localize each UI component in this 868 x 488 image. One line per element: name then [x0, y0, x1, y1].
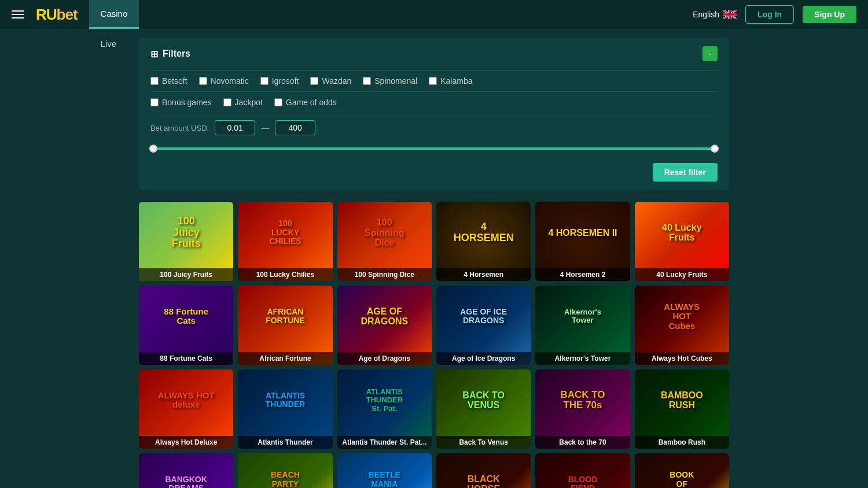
game-label-ageoficedragons: Age of Ice Dragons: [436, 352, 531, 365]
filter-gameofdodds-checkbox[interactable]: [274, 98, 282, 106]
filter-betsoft[interactable]: Betsoft: [150, 76, 187, 86]
filter-bonus-checkbox[interactable]: [150, 98, 159, 106]
game-title-beachparty: BEACHPARTYHOT: [271, 471, 300, 488]
filters-icon: ⊞: [150, 49, 158, 60]
game-title-atlantisthunder: ATLANTISTHUNDER: [266, 391, 305, 409]
game-label-bamboorush: Bamboo Rush: [635, 436, 729, 449]
game-label-backtovenust: Back To Venus: [436, 436, 531, 449]
range-track: [150, 147, 718, 150]
filter-wazdan[interactable]: Wazdan: [310, 76, 351, 86]
filters-label: Filters: [163, 49, 190, 59]
game-card-bamboorush[interactable]: BAMBOORUSHBamboo Rush: [635, 369, 729, 449]
game-card-bookofdarkness[interactable]: BOOKOFDARKNESSBook of Darkness: [635, 453, 729, 488]
filter-jackpot[interactable]: Jackpot: [223, 98, 263, 107]
game-card-africanfortune[interactable]: AFRICANFORTUNEAfrican Fortune: [238, 286, 332, 365]
game-title-100juicy: 100JuicyFruits: [172, 216, 201, 250]
header-right: English Log In Sign Up: [693, 5, 856, 24]
range-thumb-min[interactable]: [149, 145, 157, 153]
signup-button[interactable]: Sign Up: [803, 6, 856, 23]
filter-kalamba-checkbox[interactable]: [429, 77, 437, 85]
game-label-100juicy: 100 Juicy Fruits: [139, 268, 233, 281]
game-card-4horsemen[interactable]: 4HORSEMEN4 Horsemen: [436, 202, 531, 281]
filter-spinomenal-checkbox[interactable]: [363, 77, 371, 85]
game-title-backtovenust: BACK TOVENUS: [462, 390, 505, 411]
game-label-100lucky: 100 Lucky Chilies: [238, 268, 332, 281]
game-title-bookofdarkness: BOOKOFDARKNESS: [659, 471, 705, 488]
game-label-alwayshotcubes: Always Hot Cubes: [635, 352, 729, 365]
game-card-beachparty[interactable]: BEACHPARTYHOTBeach Party Hot: [238, 453, 332, 488]
reset-filter-row: Reset filter: [150, 163, 718, 182]
game-card-atlantisstpat[interactable]: ATLANTISTHUNDERSt. Pat.Atlantis Thunder …: [337, 369, 432, 449]
game-title-bangkokdreams: BANGKOKDREAMS: [165, 475, 207, 488]
game-card-100juicy[interactable]: 100JuicyFruits100 Juicy Fruits: [139, 202, 233, 281]
game-card-backtovenust[interactable]: BACK TOVENUSBack To Venus: [436, 369, 531, 449]
filter-kalamba[interactable]: Kalamba: [429, 76, 472, 86]
uk-flag-icon: [723, 10, 737, 19]
game-label-atlantisstpat: Atlantis Thunder St. Pat...: [337, 436, 432, 449]
game-card-4horsemen2[interactable]: 4 HORSEMEN II4 Horsemen 2: [535, 202, 630, 281]
filter-igrosoft[interactable]: Igrosoft: [260, 76, 299, 86]
game-title-africanfortune: AFRICANFORTUNE: [266, 308, 305, 326]
game-card-ageoficedragons[interactable]: AGE OF ICEDRAGONSAge of Ice Dragons: [436, 286, 531, 365]
game-title-4horsemen2: 4 HORSEMEN II: [548, 228, 617, 238]
game-title-100lucky: 100LUCKYCHILIES: [269, 219, 301, 246]
filters-panel: ⊞ Filters - Betsoft Novomatic Igrosoft W…: [139, 38, 729, 190]
game-title-blackhorse: BLACKHORSE: [467, 474, 500, 488]
logo-bet: bet: [57, 6, 78, 23]
game-title-bamboorush: BAMBOORUSH: [661, 390, 703, 411]
nav-live[interactable]: Live: [89, 29, 139, 58]
bet-min-input[interactable]: [215, 120, 255, 135]
game-title-backto70: BACK TOTHE 70s: [560, 390, 605, 411]
game-card-atlantisthunder[interactable]: ATLANTISTHUNDERAtlantis Thunder: [238, 369, 332, 449]
game-card-blackhorse[interactable]: BLACKHORSEBlack Horse: [436, 453, 531, 488]
game-card-backto70[interactable]: BACK TOTHE 70sBack to the 70: [535, 369, 630, 449]
game-title-88fortune: 88 FortuneCats: [164, 307, 208, 326]
game-card-bloodfiend[interactable]: BLOODFIENDBlood Fiend: [535, 453, 630, 488]
filter-betsoft-checkbox[interactable]: [150, 77, 159, 85]
main-content: ⊞ Filters - Betsoft Novomatic Igrosoft W…: [0, 29, 868, 488]
filters-toggle-button[interactable]: -: [703, 46, 718, 61]
game-card-100spinning[interactable]: 100SpinningDice100 Spinning Dice: [337, 202, 432, 281]
game-card-88fortune[interactable]: 88 FortuneCats88 Fortune Cats: [139, 286, 233, 365]
main-nav: Sport Casino Live: [89, 0, 139, 58]
filter-wazdan-checkbox[interactable]: [310, 77, 318, 85]
game-card-40lucky[interactable]: 40 LuckyFruits40 Lucky Fruits: [635, 202, 729, 281]
filters-header: ⊞ Filters -: [150, 46, 718, 61]
filter-gameofdodds[interactable]: Game of odds: [274, 98, 337, 107]
bet-amount-label: Bet amount USD:: [150, 124, 209, 132]
game-card-beetlemania[interactable]: BEETLEMANIADELUXEBeetle Mania Deluxe: [337, 453, 432, 488]
range-thumb-max[interactable]: [711, 145, 719, 153]
language-label: English: [693, 10, 719, 19]
filter-bonus[interactable]: Bonus games: [150, 98, 212, 107]
game-card-alwayshotcubes[interactable]: ALWAYSHOTCubesAlways Hot Cubes: [635, 286, 729, 365]
game-label-atlantisthunder: Atlantis Thunder: [238, 436, 332, 449]
game-title-4horsemen: 4HORSEMEN: [454, 221, 514, 245]
filter-spinomenal[interactable]: Spinomenal: [363, 76, 417, 86]
game-label-88fortune: 88 Fortune Cats: [139, 352, 233, 365]
game-title-bloodfiend: BLOODFIEND: [568, 475, 598, 488]
nav-casino[interactable]: Casino: [89, 0, 139, 29]
game-card-alkernor[interactable]: Alkernor'sTowerAlkernor's Tower: [535, 286, 630, 365]
reset-filter-button[interactable]: Reset filter: [653, 163, 718, 182]
game-card-bangkokdreams[interactable]: BANGKOKDREAMSBangkok Dreams: [139, 453, 233, 488]
filter-novomatic[interactable]: Novomatic: [199, 76, 249, 86]
filter-jackpot-checkbox[interactable]: [223, 98, 231, 106]
game-card-alwayshotdeluxe[interactable]: ALWAYS HOTdeluxeAlways Hot Deluxe: [139, 369, 233, 449]
game-title-atlantisstpat: ATLANTISTHUNDERSt. Pat.: [366, 388, 403, 413]
provider-filter-row: Betsoft Novomatic Igrosoft Wazdan Spinom…: [150, 70, 718, 91]
game-title-alkernor: Alkernor'sTower: [564, 308, 601, 325]
game-title-ageofdragons: AGE OFDRAGONS: [361, 306, 408, 327]
bet-range-slider[interactable]: [150, 143, 718, 154]
game-title-40lucky: 40 LuckyFruits: [662, 223, 701, 243]
menu-button[interactable]: [12, 10, 24, 19]
bet-max-input[interactable]: [275, 120, 315, 135]
game-title-alwayshotdeluxe: ALWAYS HOTdeluxe: [158, 391, 215, 410]
game-label-alkernor: Alkernor's Tower: [535, 352, 630, 365]
language-selector[interactable]: English: [693, 10, 737, 19]
filter-igrosoft-checkbox[interactable]: [260, 77, 269, 85]
filter-novomatic-checkbox[interactable]: [199, 77, 207, 85]
game-card-100lucky[interactable]: 100LUCKYCHILIES100 Lucky Chilies: [238, 202, 332, 281]
game-card-ageofdragons[interactable]: AGE OFDRAGONSAge of Dragons: [337, 286, 432, 365]
game-title-ageoficedragons: AGE OF ICEDRAGONS: [460, 308, 507, 326]
login-button[interactable]: Log In: [745, 5, 794, 24]
